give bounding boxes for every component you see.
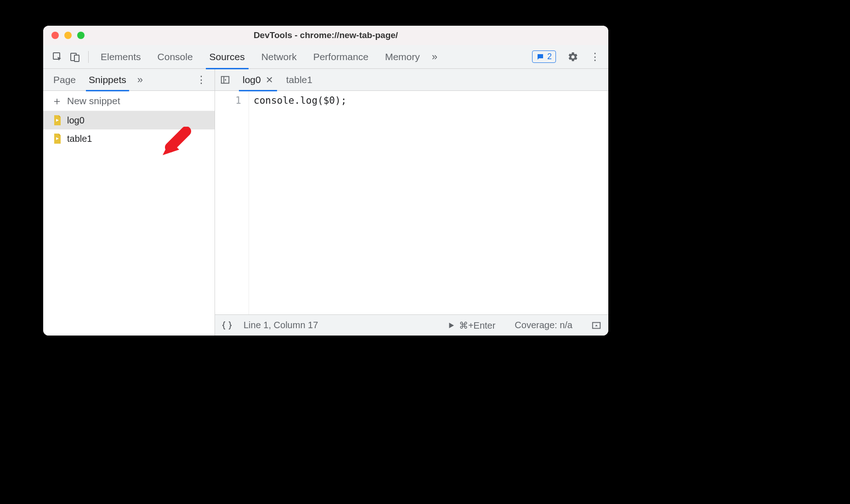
svg-marker-7: [225, 78, 226, 81]
svg-marker-8: [449, 323, 454, 328]
run-shortcut: ⌘+Enter: [459, 320, 495, 331]
tab-label: Network: [261, 51, 297, 62]
navigator-panel: Page Snippets » ⋮ ＋ New snippet log0: [43, 69, 215, 336]
cursor-position: Line 1, Column 17: [244, 320, 318, 330]
tab-label: Console: [158, 51, 193, 62]
inspect-element-icon[interactable]: [51, 50, 64, 64]
tab-label: Elements: [101, 51, 141, 62]
window-title: DevTools - chrome://new-tab-page/: [43, 30, 608, 40]
navigator-tabs: Page Snippets » ⋮: [43, 69, 215, 91]
tab-console[interactable]: Console: [149, 45, 201, 69]
code-editor[interactable]: 1 console.log($0);: [215, 91, 608, 314]
snippet-item-log0[interactable]: log0: [43, 111, 215, 129]
editor-tab-table1[interactable]: table1: [280, 69, 319, 91]
editor-tab-log0[interactable]: log0 ✕: [236, 69, 280, 91]
editor-tab-label: table1: [286, 74, 312, 85]
snippet-file-icon: [53, 115, 62, 125]
code-line: console.log($0);: [254, 95, 346, 106]
snippet-list: log0 table1: [43, 111, 215, 336]
messages-count: 2: [547, 52, 552, 62]
chat-icon: [536, 53, 544, 61]
editor-statusbar: Line 1, Column 17 ⌘+Enter Coverage: n/a: [215, 314, 608, 336]
device-toolbar-icon[interactable]: [68, 50, 82, 64]
editor-tabs: log0 ✕ table1: [215, 69, 608, 91]
messages-badge[interactable]: 2: [532, 50, 556, 63]
svg-marker-10: [595, 325, 598, 326]
line-number: 1: [215, 94, 241, 107]
editor-panel: log0 ✕ table1 1 console.log($0); Line 1,…: [215, 69, 608, 336]
tab-label: Memory: [385, 51, 420, 62]
snippet-file-icon: [53, 134, 62, 144]
more-subtabs-icon[interactable]: »: [133, 74, 147, 86]
svg-rect-2: [74, 55, 79, 62]
run-snippet-button[interactable]: ⌘+Enter: [447, 320, 495, 331]
tab-network[interactable]: Network: [253, 45, 305, 69]
new-snippet-button[interactable]: ＋ New snippet: [43, 91, 215, 111]
more-tabs-icon[interactable]: »: [428, 51, 441, 63]
tab-memory[interactable]: Memory: [377, 45, 428, 69]
toggle-navigator-icon[interactable]: [218, 73, 232, 87]
titlebar: DevTools - chrome://new-tab-page/: [43, 26, 608, 45]
coverage-status[interactable]: Coverage: n/a: [515, 320, 572, 330]
subtab-page[interactable]: Page: [47, 69, 82, 91]
show-drawer-icon[interactable]: [590, 319, 603, 332]
play-icon: [447, 321, 455, 330]
line-gutter: 1: [215, 91, 249, 314]
tab-performance[interactable]: Performance: [305, 45, 377, 69]
navigator-more-icon[interactable]: ⋮: [192, 74, 211, 86]
main-tabs: Elements Console Sources Network Perform…: [43, 45, 608, 69]
settings-icon[interactable]: [566, 50, 580, 64]
snippet-item-table1[interactable]: table1: [43, 129, 215, 148]
subtab-label: Snippets: [89, 74, 126, 85]
pretty-print-icon[interactable]: [221, 319, 233, 332]
subtab-label: Page: [53, 74, 76, 85]
snippet-name: table1: [67, 134, 92, 144]
subtab-snippets[interactable]: Snippets: [82, 69, 133, 91]
plus-icon: ＋: [51, 94, 62, 108]
close-tab-icon[interactable]: ✕: [266, 74, 273, 85]
snippet-name: log0: [67, 115, 85, 126]
main-tab-row: Elements Console Sources Network Perform…: [92, 45, 532, 69]
sources-body: Page Snippets » ⋮ ＋ New snippet log0: [43, 69, 608, 336]
code-content[interactable]: console.log($0);: [249, 91, 351, 314]
devtools-window: DevTools - chrome://new-tab-page/ Elemen…: [43, 26, 608, 336]
editor-tab-label: log0: [243, 74, 261, 85]
tab-elements[interactable]: Elements: [92, 45, 149, 69]
more-options-icon[interactable]: ⋮: [590, 51, 600, 63]
tab-sources[interactable]: Sources: [201, 45, 253, 69]
tab-label: Performance: [313, 51, 368, 62]
divider: [88, 51, 89, 63]
new-snippet-label: New snippet: [67, 95, 120, 106]
toolbar-right: 2 ⋮: [532, 50, 603, 64]
tab-label: Sources: [210, 51, 245, 62]
